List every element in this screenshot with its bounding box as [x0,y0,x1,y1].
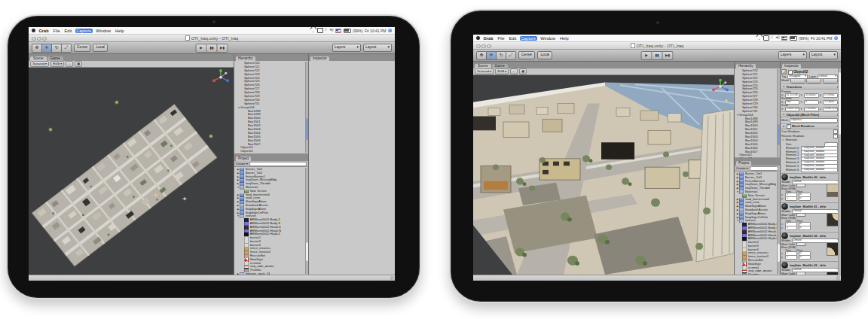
x-field[interactable]: 0.0647418 [785,107,800,111]
menu-edit[interactable]: Edit [508,36,518,41]
inspector-scrollbar[interactable] [838,68,842,275]
wifi-icon[interactable] [756,36,761,40]
mesh-renderer-section-header[interactable]: ▾ ✓ Mesh Renderer ✱ [781,123,841,129]
lighting-toggle[interactable]: ☼ [66,61,73,67]
pause-button[interactable]: ▮▮ [653,51,663,60]
search-input[interactable] [249,162,307,166]
traffic-lights[interactable] [476,44,491,49]
window-title-bar[interactable]: OTI_Iraq.unity - OTI_Iraq [473,42,841,50]
play-button[interactable]: ▶ [196,44,207,53]
hand-tool-button[interactable]: ✥ [476,51,487,60]
menu-window[interactable]: Window [95,29,112,33]
main-color-swatch[interactable] [796,213,805,217]
grab-app-icon[interactable] [834,36,838,40]
scene-canvas-city-near[interactable] [473,75,734,275]
traffic-lights[interactable] [32,37,47,41]
scale-tool-button[interactable]: ⤢ [506,51,516,60]
hierarchy-item[interactable]: Object02 [234,150,308,153]
bluetooth-icon[interactable]: ᛒ [325,29,327,32]
y-field[interactable]: 1.455467 [804,107,819,111]
prefab-action-button[interactable] [823,78,838,84]
mesh-field[interactable]: Object02 [790,118,838,123]
transform-section-header[interactable]: ▾ Transform ✱ [781,84,841,90]
wifi-icon[interactable] [310,29,315,32]
menu-window[interactable]: Window [539,36,557,41]
rotate-tool-button[interactable]: ↻ [497,51,506,60]
display-icon[interactable] [317,28,323,33]
draw-mode-dropdown[interactable]: Textured▾ [475,68,494,74]
active-checkbox[interactable]: ✓ [788,70,793,74]
menu-file[interactable]: File [497,36,506,41]
offset-y-field[interactable]: 0 [799,196,811,201]
prefab-action-button[interactable] [790,78,805,84]
main-color-swatch[interactable] [796,184,805,188]
scene-viewport[interactable] [473,75,734,275]
us-flag-icon[interactable] [781,36,787,41]
layers-dropdown[interactable]: Layers▾ [778,51,807,59]
apple-logo-icon[interactable] [476,36,480,40]
tiling-y-field[interactable]: 1 [785,255,797,260]
object-name[interactable]: Object02 [793,70,808,74]
layout-dropdown[interactable]: Layout▾ [363,44,392,52]
pause-button[interactable]: ▮▮ [207,44,218,53]
create-button[interactable]: Create ▾ [236,162,248,166]
grab-app-icon[interactable] [388,29,392,32]
hand-tool-button[interactable]: ✥ [32,44,42,53]
menu-file[interactable]: File [52,29,61,33]
light-gizmo[interactable] [725,99,727,102]
layers-dropdown[interactable]: Layers▾ [332,44,361,52]
menu-app[interactable]: Grab [38,29,50,33]
search-input[interactable] [750,166,778,171]
z-field[interactable]: 0.76944 [823,93,838,98]
pivot-center-button[interactable]: Center [74,44,90,52]
prefab-action-button[interactable] [806,78,821,84]
create-button[interactable]: Create ▾ [736,166,748,170]
pivot-center-button[interactable]: Center [518,51,535,59]
hierarchy-scrollbar[interactable] [305,62,309,153]
menu-help[interactable]: Help [115,29,126,33]
window-title-bar[interactable]: OTI_Iraq.unity - OTI_Iraq [29,35,395,42]
display-icon[interactable] [763,35,769,41]
hierarchy-item[interactable]: Object02 [735,157,780,159]
gizmos-toggle[interactable]: ▦ [519,68,527,74]
scale-tool-button[interactable]: ⤢ [62,44,72,53]
project-scrollbar[interactable] [305,168,309,274]
y-field[interactable]: 35.60647 [804,93,819,98]
layout-dropdown[interactable]: Layout▾ [809,51,838,59]
scene-viewport[interactable] [29,68,234,275]
material-header[interactable]: IraqGate_Modifie 00 - defa ▾ [781,174,840,180]
pivot-local-button[interactable]: Local [537,51,552,59]
tiling-y-field[interactable]: 1 [785,196,797,201]
us-flag-icon[interactable] [335,29,341,33]
menu-capture[interactable]: Capture [75,29,93,33]
element-field[interactable]: ▪ IraqGate_Modifie [801,168,839,172]
move-tool-button[interactable]: ✛ [487,51,497,60]
z-field[interactable]: 2.73645 [823,100,838,105]
menu-app[interactable]: Grab [482,36,494,41]
renderer-enabled-checkbox[interactable]: ✓ [787,124,791,129]
material-header[interactable]: IraqGate_Modifie 03 - defa ▾ [781,262,840,268]
menu-help[interactable]: Help [559,36,570,41]
gizmos-toggle[interactable]: ▦ [75,61,82,67]
menu-clock[interactable]: Fri 10:41 PM [365,29,387,33]
project-scrollbar[interactable] [777,172,781,274]
volume-icon[interactable]: ◄) [329,29,333,32]
material-header[interactable]: IraqGate_Modifie 01 - defa ▾ [781,203,840,209]
resize-grip[interactable] [836,276,840,280]
bluetooth-icon[interactable]: ᛒ [771,36,773,40]
step-button[interactable]: ▶▮ [663,51,674,60]
menu-edit[interactable]: Edit [63,29,73,33]
menu-capture[interactable]: Capture [520,36,537,41]
menu-clock[interactable]: Fri 10:41 PM [811,36,833,41]
move-tool-button[interactable]: ✛ [42,44,52,53]
channel-dropdown[interactable]: RGB▾ [50,61,64,67]
material-header[interactable]: IraqGate_Modifie 02 - defa ▾ [781,232,840,238]
resize-grip[interactable] [390,276,394,280]
channel-dropdown[interactable]: RGB▾ [495,68,509,74]
tiling-y-field[interactable]: 1 [785,226,797,230]
apple-logo-icon[interactable] [32,29,35,32]
hierarchy-scrollbar[interactable] [777,69,781,157]
mesh-filter-section-header[interactable]: ▾ Object02 (Mesh Filter) ✱ [781,111,841,117]
y-field[interactable]: 0 [804,100,819,105]
volume-icon[interactable]: ◄) [775,36,779,40]
